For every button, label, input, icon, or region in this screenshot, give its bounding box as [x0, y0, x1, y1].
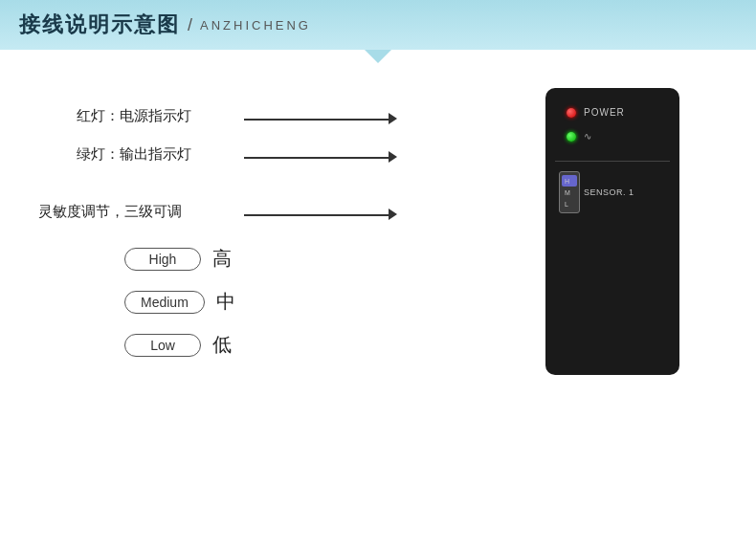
red-led-line	[244, 119, 392, 121]
sensitivity-label: 灵敏度调节，三级可调	[38, 203, 182, 221]
high-zh: 高	[212, 246, 232, 272]
medium-badge: Medium	[124, 291, 205, 314]
low-badge: Low	[124, 334, 201, 357]
medium-zh: 中	[216, 289, 235, 315]
low-zh: 低	[212, 332, 232, 358]
output-row: ∿	[555, 131, 670, 142]
red-led-arrow	[389, 113, 397, 124]
header-banner: 接线说明示意图 / ANZHICHENG	[0, 0, 756, 50]
switch-l-label: L	[565, 201, 568, 208]
sensor-switch: H M L	[559, 171, 580, 213]
green-led-label: 绿灯：输出指示灯	[77, 145, 191, 164]
switch-m-label: M	[565, 189, 570, 196]
sensitivity-arrow	[389, 209, 397, 220]
low-level-row: Low 低	[124, 332, 232, 358]
green-led-indicator	[567, 132, 576, 142]
title-divider: /	[188, 15, 192, 35]
high-level-row: High 高	[124, 246, 232, 272]
sensor-row: H M L SENSOR. 1	[555, 171, 670, 213]
wave-symbol: ∿	[584, 131, 591, 142]
device-separator	[555, 161, 670, 162]
green-led-line	[244, 157, 392, 159]
red-led-indicator	[567, 108, 576, 118]
diagram-area: 红灯：电源指示灯 绿灯：输出指示灯 灵敏度调节，三级可调 High 高 Medi…	[0, 50, 756, 550]
medium-level-row: Medium 中	[124, 289, 235, 315]
sensor-text: SENSOR. 1	[584, 187, 634, 197]
title-zh: 接线说明示意图	[19, 11, 180, 39]
red-led-label: 红灯：电源指示灯	[77, 107, 191, 125]
green-led-arrow	[389, 151, 397, 163]
switch-h-label: H	[565, 178, 569, 185]
title-en: ANZHICHENG	[200, 18, 311, 33]
power-text: POWER	[584, 107, 625, 118]
high-badge: High	[124, 248, 201, 271]
sensitivity-line	[244, 214, 392, 216]
device-body: POWER ∿ H M L SENSOR. 1	[545, 88, 679, 375]
power-row: POWER	[555, 107, 670, 118]
